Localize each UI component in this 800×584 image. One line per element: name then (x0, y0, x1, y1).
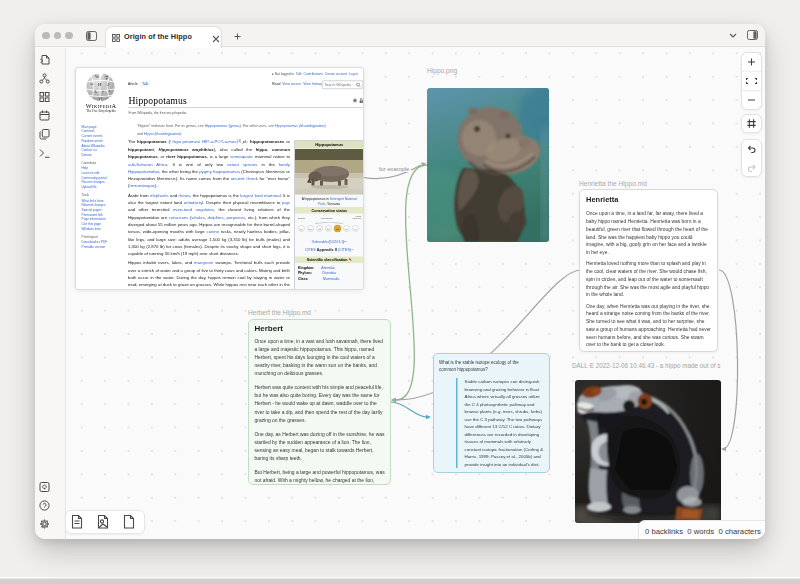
svg-text:LC: LC (354, 228, 357, 230)
svg-text:ω: ω (91, 81, 94, 86)
svg-text:ي: ي (107, 81, 110, 86)
svg-text:字: 字 (105, 75, 109, 80)
svg-text:EN: EN (327, 228, 331, 230)
svg-text:ᚹ: ᚹ (102, 90, 105, 95)
svg-text:CR: CR (318, 228, 322, 230)
svg-text:W: W (99, 96, 103, 101)
svg-text:VU: VU (336, 228, 340, 230)
svg-text:EX: EX (300, 228, 304, 230)
svg-text:И: И (98, 82, 102, 87)
svg-text:פ: פ (109, 88, 111, 93)
